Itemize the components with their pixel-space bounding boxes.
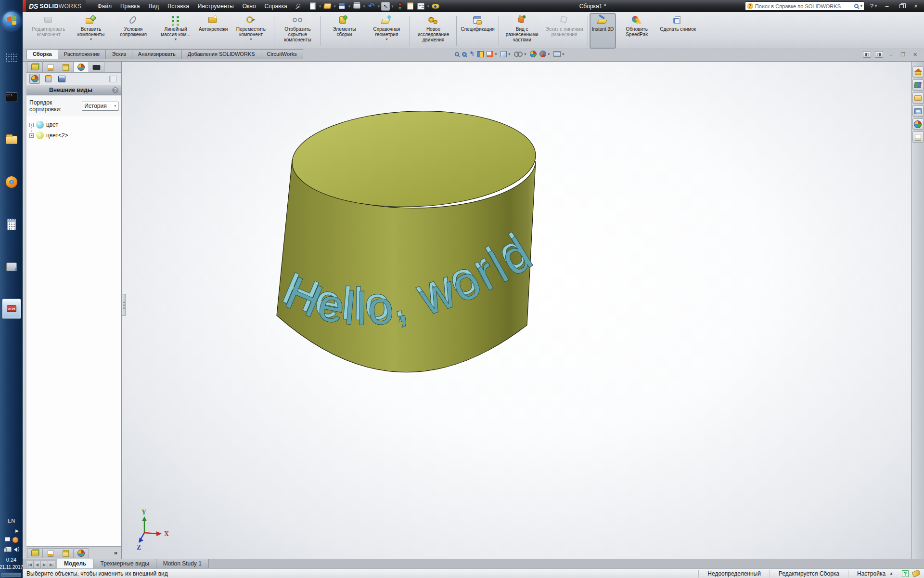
show-desktop-button[interactable] [1, 573, 21, 577]
close-button[interactable]: × [910, 2, 922, 11]
bill-of-materials-button[interactable]: Спецификация [459, 13, 496, 48]
dropdown-caret[interactable]: ▾ [334, 4, 336, 9]
featuremanager-tab[interactable] [27, 62, 43, 72]
propertymanager-tab[interactable] [42, 62, 58, 72]
dropdown-caret[interactable]: ▼ [508, 53, 511, 56]
file-explorer-tab[interactable] [912, 92, 924, 104]
undo-button[interactable]: ↶ [367, 1, 376, 11]
doc-close-button[interactable]: ✕ [911, 51, 919, 58]
configurationmanager-tab[interactable] [58, 62, 74, 72]
insert-components-button[interactable]: Вставить компоненты ▼ [70, 13, 112, 48]
more-tabs-button[interactable]: » [114, 549, 117, 556]
menu-insert[interactable]: Вставка [163, 1, 193, 12]
expand-icon[interactable]: + [29, 123, 34, 127]
measure-button[interactable] [431, 1, 440, 11]
new-document-button[interactable] [308, 1, 318, 11]
action-center-icon[interactable] [5, 537, 10, 543]
split-pane-right-button[interactable]: ◨ [875, 51, 883, 58]
hide-show-items-button[interactable]: ▼ [514, 52, 527, 56]
taskbar-item-calculator[interactable] [4, 218, 19, 231]
tab-3d-views[interactable]: Трехмерные виды [93, 559, 156, 568]
help-search-box[interactable]: ? Поиск в Справке по SOLIDWORKS ▾ [745, 1, 864, 11]
panel-splitter-handle[interactable] [122, 294, 126, 316]
mates-button[interactable]: Условия сопряжения [112, 13, 154, 48]
split-pane-left-button[interactable]: ◧ [863, 51, 871, 58]
taskbar-item-explorer[interactable] [4, 133, 19, 146]
menu-window[interactable]: Окно [238, 1, 260, 12]
select-tool-button[interactable]: ↖ [381, 2, 390, 11]
dropdown-caret[interactable]: ▾ [348, 4, 351, 9]
taskbar-item-solidworks[interactable]: 2015 [2, 299, 21, 319]
edit-component-button[interactable]: Редактировать компонент [27, 13, 70, 48]
featuremanager-tab-bottom[interactable] [27, 548, 43, 558]
linear-pattern-button[interactable]: Линейный массив ком... ▼ [154, 13, 197, 48]
move-component-button[interactable]: Переместить компонент ▼ [230, 13, 272, 48]
instant-3d-button[interactable]: Instant 3D [590, 13, 616, 48]
sort-order-select[interactable]: История ▾ [82, 102, 118, 111]
display-style-button[interactable]: ▼ [500, 51, 511, 57]
help-button[interactable]: ? [870, 2, 873, 10]
search-dropdown-icon[interactable]: ▾ [860, 4, 862, 8]
appearances-tab[interactable] [73, 62, 89, 72]
rebuild-button[interactable] [395, 1, 405, 11]
dropdown-caret[interactable]: ▼ [90, 38, 93, 41]
date[interactable]: 21.11.2017 [0, 565, 23, 570]
save-button[interactable] [337, 1, 347, 11]
solidworks-resources-tab[interactable] [912, 66, 924, 78]
tab-evaluate[interactable]: Анализировать [132, 49, 182, 59]
tab-model[interactable]: Модель [57, 559, 93, 568]
network-icon[interactable] [5, 547, 12, 552]
language-indicator[interactable]: EN [8, 518, 15, 524]
update-speedpak-button[interactable]: Обновить SpeedPak [616, 13, 658, 48]
view-palette-tab[interactable] [912, 105, 924, 117]
reference-geometry-button[interactable]: Справочная геометрия ▼ [365, 13, 408, 48]
options-button[interactable] [416, 1, 426, 11]
show-hidden-components-button[interactable]: Отобразить скрытые компоненты [276, 13, 319, 48]
tab-assembly[interactable]: Сборка [26, 49, 58, 59]
new-motion-study-button[interactable]: Новое исследование движения [412, 13, 454, 48]
section-view-button[interactable] [477, 51, 484, 57]
status-custom[interactable]: Настройка ▲ [848, 570, 902, 578]
render-tools-button[interactable] [56, 74, 67, 84]
dropdown-caret[interactable]: ▾ [363, 4, 365, 9]
dropdown-caret[interactable]: ▾ [319, 4, 321, 9]
antivirus-tray-icon[interactable] [13, 537, 18, 543]
dropdown-caret[interactable]: ▼ [385, 38, 388, 41]
scroll-first-button[interactable]: |◀ [26, 561, 34, 568]
volume-icon[interactable] [14, 547, 17, 552]
menu-tools[interactable]: Инструменты [193, 1, 238, 12]
expand-icon[interactable]: + [29, 133, 34, 138]
tab-solidworks-addins[interactable]: Добавления SOLIDWORKS [181, 49, 261, 59]
start-button[interactable] [2, 12, 21, 30]
collapse-arrow-icon[interactable]: ▲ [889, 571, 893, 576]
help-dropdown-icon[interactable]: ▾ [875, 4, 877, 8]
custom-properties-tab[interactable] [912, 131, 924, 143]
file-properties-button[interactable] [406, 1, 415, 11]
scroll-prev-button[interactable]: ◀ [33, 561, 41, 568]
dropdown-caret[interactable]: ▾ [378, 4, 380, 9]
scroll-next-button[interactable]: ▶ [40, 561, 48, 568]
assembly-features-button[interactable]: Элементы сборки [323, 13, 365, 48]
smart-fasteners-button[interactable]: Автокрепежи [197, 13, 230, 48]
previous-view-button[interactable]: ↰ [469, 51, 475, 57]
take-snapshot-button[interactable]: Сделать снимок [658, 13, 698, 48]
menu-file[interactable]: Файл [93, 1, 116, 12]
tab-circuitworks[interactable]: CircuitWorks [261, 49, 303, 59]
menu-edit[interactable]: Правка [116, 1, 144, 12]
open-button[interactable] [322, 1, 332, 11]
dropdown-caret[interactable]: ▼ [562, 53, 565, 56]
dropdown-caret[interactable]: ▾ [391, 4, 394, 9]
doc-minimize-button[interactable]: – [887, 51, 895, 58]
view-settings-button[interactable]: ▼ [553, 51, 565, 57]
view-orientation-button[interactable]: ▼ [487, 51, 498, 57]
taskbar-item-remote[interactable] [4, 260, 19, 274]
minimize-button[interactable]: – [881, 2, 893, 11]
zoom-to-area-button[interactable] [462, 52, 466, 56]
tree-item-color1[interactable]: + цвет [29, 120, 119, 129]
tab-sketch[interactable]: Эскиз [105, 49, 132, 59]
tab-layout[interactable]: Расположение [58, 49, 106, 59]
apply-scene-button[interactable]: ▼ [539, 51, 551, 57]
dropdown-caret[interactable]: ▼ [174, 38, 178, 41]
clock[interactable]: 0:24 [6, 557, 16, 563]
restore-button[interactable] [895, 2, 908, 11]
